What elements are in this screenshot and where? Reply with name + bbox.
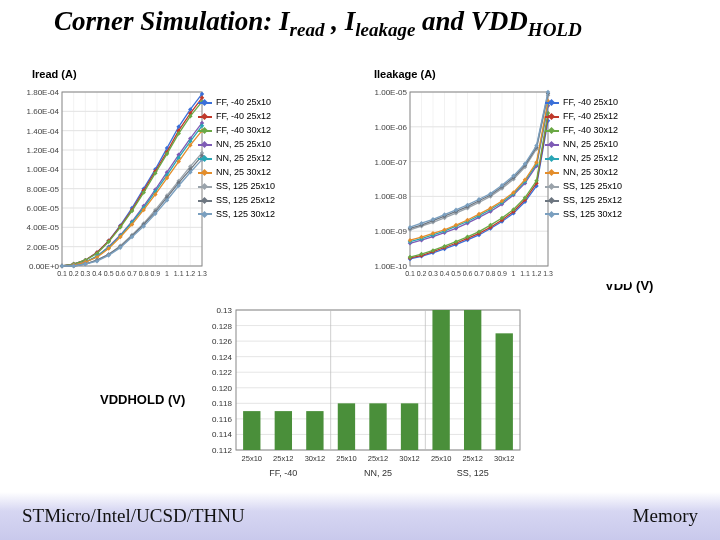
footer-bar: STMicro/Intel/UCSD/THNU Memory bbox=[0, 492, 720, 540]
iread-legend: FF, -40 25x10FF, -40 25x12FF, -40 30x12N… bbox=[198, 96, 275, 221]
svg-text:0.116: 0.116 bbox=[212, 415, 233, 424]
ileak-legend: FF, -40 25x10FF, -40 25x12FF, -40 30x12N… bbox=[545, 96, 622, 221]
svg-text:SS, 125: SS, 125 bbox=[457, 468, 489, 478]
svg-text:1.00E-09: 1.00E-09 bbox=[375, 227, 408, 236]
svg-text:4.00E-05: 4.00E-05 bbox=[27, 223, 60, 232]
svg-text:0.114: 0.114 bbox=[212, 430, 233, 439]
svg-text:1: 1 bbox=[512, 270, 516, 277]
svg-text:0.5: 0.5 bbox=[104, 270, 114, 277]
svg-text:25x10: 25x10 bbox=[336, 454, 356, 463]
svg-text:1.1: 1.1 bbox=[520, 270, 530, 277]
svg-text:0.6: 0.6 bbox=[115, 270, 125, 277]
svg-text:25x10: 25x10 bbox=[431, 454, 451, 463]
svg-text:0.13: 0.13 bbox=[216, 306, 232, 315]
svg-text:1.00E-10: 1.00E-10 bbox=[375, 262, 408, 271]
svg-rect-348 bbox=[338, 403, 355, 450]
svg-text:0.5: 0.5 bbox=[451, 270, 461, 277]
svg-text:0.9: 0.9 bbox=[497, 270, 507, 277]
svg-text:0.8: 0.8 bbox=[139, 270, 149, 277]
svg-text:0.122: 0.122 bbox=[212, 368, 233, 377]
svg-text:0.2: 0.2 bbox=[417, 270, 427, 277]
iread-axis-label: Iread (A) bbox=[32, 68, 77, 80]
footer-left: STMicro/Intel/UCSD/THNU bbox=[22, 505, 245, 527]
slide-title: Corner Simulation: Iread , Ileakage and … bbox=[54, 6, 582, 41]
svg-rect-341 bbox=[243, 411, 260, 450]
svg-text:0.8: 0.8 bbox=[486, 270, 496, 277]
svg-text:1.1: 1.1 bbox=[174, 270, 184, 277]
svg-text:1.2: 1.2 bbox=[185, 270, 195, 277]
svg-text:30x12: 30x12 bbox=[399, 454, 419, 463]
svg-text:1.00E-08: 1.00E-08 bbox=[375, 192, 408, 201]
svg-rect-355 bbox=[432, 310, 449, 450]
svg-text:0.3: 0.3 bbox=[80, 270, 90, 277]
vddhold-chart: 0.1120.1140.1160.1180.1200.1220.1240.126… bbox=[196, 306, 526, 488]
svg-text:0.124: 0.124 bbox=[212, 353, 233, 362]
ileak-axis-label: Ileakage (A) bbox=[374, 68, 436, 80]
svg-text:0.6: 0.6 bbox=[463, 270, 473, 277]
svg-text:6.00E-05: 6.00E-05 bbox=[27, 204, 60, 213]
svg-text:1.00E-06: 1.00E-06 bbox=[375, 123, 408, 132]
svg-text:0.118: 0.118 bbox=[212, 399, 233, 408]
svg-text:1.00E-05: 1.00E-05 bbox=[375, 88, 408, 97]
svg-text:25x12: 25x12 bbox=[368, 454, 388, 463]
svg-text:30x12: 30x12 bbox=[494, 454, 514, 463]
svg-text:25x10: 25x10 bbox=[242, 454, 262, 463]
svg-text:1.80E-04: 1.80E-04 bbox=[27, 88, 60, 97]
svg-text:1.40E-04: 1.40E-04 bbox=[27, 127, 60, 136]
svg-text:25x12: 25x12 bbox=[462, 454, 482, 463]
vddhold-axis-label: VDDHOLD (V) bbox=[100, 392, 185, 407]
svg-rect-345 bbox=[306, 411, 323, 450]
svg-text:0.2: 0.2 bbox=[69, 270, 79, 277]
svg-rect-357 bbox=[464, 310, 481, 450]
svg-text:0.7: 0.7 bbox=[474, 270, 484, 277]
svg-text:30x12: 30x12 bbox=[305, 454, 325, 463]
svg-text:0.3: 0.3 bbox=[428, 270, 438, 277]
svg-text:0.7: 0.7 bbox=[127, 270, 137, 277]
svg-text:1: 1 bbox=[165, 270, 169, 277]
footer-right: Memory bbox=[633, 505, 698, 527]
svg-text:0.9: 0.9 bbox=[150, 270, 160, 277]
svg-text:1.00E-07: 1.00E-07 bbox=[375, 158, 408, 167]
svg-rect-359 bbox=[496, 333, 513, 450]
svg-text:FF, -40: FF, -40 bbox=[269, 468, 297, 478]
svg-text:0.112: 0.112 bbox=[212, 446, 233, 455]
svg-text:1.60E-04: 1.60E-04 bbox=[27, 107, 60, 116]
svg-text:0.120: 0.120 bbox=[212, 384, 233, 393]
svg-text:NN, 25: NN, 25 bbox=[364, 468, 392, 478]
svg-text:0.4: 0.4 bbox=[440, 270, 450, 277]
svg-text:1.2: 1.2 bbox=[532, 270, 542, 277]
svg-text:8.00E-05: 8.00E-05 bbox=[27, 185, 60, 194]
svg-text:0.4: 0.4 bbox=[92, 270, 102, 277]
svg-text:1.20E-04: 1.20E-04 bbox=[27, 146, 60, 155]
svg-text:0.126: 0.126 bbox=[212, 337, 233, 346]
svg-text:0.1: 0.1 bbox=[405, 270, 415, 277]
svg-text:25x12: 25x12 bbox=[273, 454, 293, 463]
svg-text:1.3: 1.3 bbox=[543, 270, 553, 277]
svg-text:0.00E+0: 0.00E+0 bbox=[29, 262, 60, 271]
svg-text:1.00E-04: 1.00E-04 bbox=[27, 165, 60, 174]
svg-text:2.00E-05: 2.00E-05 bbox=[27, 243, 60, 252]
svg-text:0.1: 0.1 bbox=[57, 270, 67, 277]
svg-text:0.128: 0.128 bbox=[212, 322, 233, 331]
svg-rect-352 bbox=[401, 403, 418, 450]
svg-text:1.3: 1.3 bbox=[197, 270, 207, 277]
svg-rect-350 bbox=[369, 403, 386, 450]
svg-rect-343 bbox=[275, 411, 292, 450]
